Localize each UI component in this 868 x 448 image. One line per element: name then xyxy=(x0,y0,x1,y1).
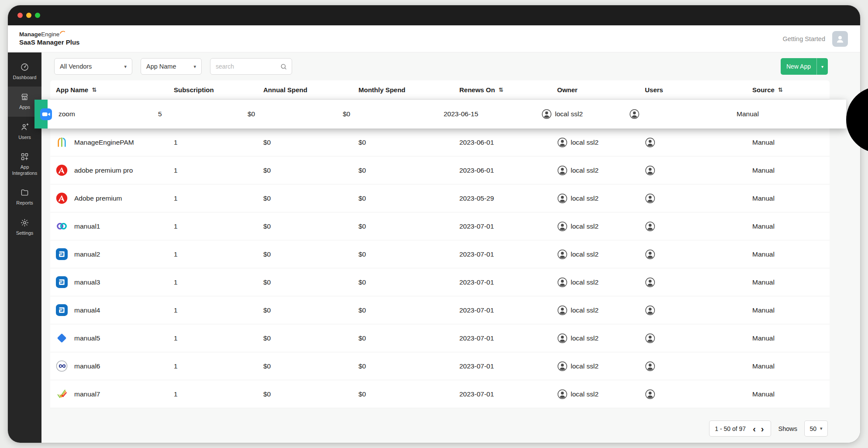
table-row-manual7[interactable]: manual71$0$02023-07-01local ssl2Manual xyxy=(50,380,830,408)
monthly-spend-cell: $0 xyxy=(358,250,459,258)
users-cell xyxy=(629,109,737,119)
page-size-select[interactable]: 50 ▾ xyxy=(804,420,828,437)
new-app-button[interactable]: New App ▾ xyxy=(781,58,828,75)
table-row-manual6[interactable]: manual61$0$02023-07-01local ssl2Manual xyxy=(50,352,830,380)
table-row-adobe-premium-pro[interactable]: adobe premium pro1$0$02023-06-01local ss… xyxy=(50,156,830,184)
sidebar-item-settings[interactable]: Settings xyxy=(8,212,41,242)
owner-name: local ssl2 xyxy=(571,222,599,230)
app-name-cell: adobe premium pro xyxy=(56,164,174,176)
window-titlebar xyxy=(8,5,860,25)
app-name-cell: ManageEnginePAM xyxy=(56,136,174,148)
owner-avatar-icon xyxy=(557,137,568,148)
content-area: All Vendors ▾ App Name ▾ New App ▾ xyxy=(41,52,860,443)
sort-icon[interactable]: ⇅ xyxy=(92,87,96,93)
source-cell: Manual xyxy=(737,110,846,118)
monthly-spend-cell: $0 xyxy=(358,306,459,314)
sidebar-item-reports[interactable]: Reports xyxy=(8,182,41,212)
zoom-window-button[interactable] xyxy=(35,13,40,18)
annual-spend-cell: $0 xyxy=(263,167,358,174)
app-name: manual6 xyxy=(74,362,100,370)
dashboard-icon xyxy=(20,63,29,72)
source-cell: Manual xyxy=(752,167,830,174)
person-icon xyxy=(835,34,845,44)
app-header: ManageEngine SaaS Manager Plus Getting S… xyxy=(8,25,860,52)
sort-icon[interactable]: ⇅ xyxy=(499,87,503,93)
users-cell xyxy=(645,249,752,260)
users-cell xyxy=(645,221,752,232)
close-window-button[interactable] xyxy=(17,13,23,18)
owner-avatar-icon xyxy=(557,165,568,176)
monthly-spend-cell: $0 xyxy=(343,110,444,118)
infinity-icon xyxy=(56,360,68,372)
table-row-manageenginepam[interactable]: ManageEnginePAM1$0$02023-06-01local ssl2… xyxy=(50,128,830,156)
owner-cell: local ssl2 xyxy=(557,165,645,176)
source-cell: Manual xyxy=(752,222,830,230)
sidebar-item-label: App Integrations xyxy=(9,164,41,177)
owner-avatar-icon xyxy=(557,333,568,344)
search-field-select[interactable]: App Name ▾ xyxy=(141,58,202,75)
adobe-icon xyxy=(56,192,68,204)
app-name-cell: manual1 xyxy=(56,220,174,232)
owner-cell: local ssl2 xyxy=(557,361,645,372)
column-header-label: Owner xyxy=(557,86,578,94)
monthly-spend-cell: $0 xyxy=(358,222,459,230)
column-header-renews-on[interactable]: Renews On⇅ xyxy=(459,86,557,94)
pagination-range-box: 1 - 50 of 97 ‹ › xyxy=(709,420,771,437)
pagination: 1 - 50 of 97 ‹ › Shows 50 ▾ xyxy=(50,420,828,437)
vendor-filter-value: All Vendors xyxy=(60,63,92,70)
owner-cell: local ssl2 xyxy=(557,277,645,288)
column-header-subscription: Subscription xyxy=(174,86,263,94)
app-name: manual5 xyxy=(74,334,100,342)
table-row-manual1[interactable]: manual11$0$02023-07-01local ssl2Manual xyxy=(50,212,830,240)
column-header-users: Users xyxy=(645,86,752,94)
annual-spend-cell: $0 xyxy=(263,222,358,230)
app-name-cell: manual6 xyxy=(56,360,174,372)
owner-avatar-icon xyxy=(557,361,568,372)
users-avatar-icon xyxy=(645,137,752,148)
column-header-source[interactable]: Source⇅ xyxy=(752,86,830,94)
owner-cell: local ssl2 xyxy=(557,333,645,344)
user-avatar[interactable] xyxy=(832,31,848,47)
column-header-app-name[interactable]: App Name⇅ xyxy=(56,86,174,94)
sidebar-item-dashboard[interactable]: Dashboard xyxy=(8,57,41,87)
chevron-down-icon: ▾ xyxy=(193,64,196,69)
sidebar-item-label: Users xyxy=(18,134,31,140)
column-header-label: Renews On xyxy=(459,86,495,94)
vendor-filter-select[interactable]: All Vendors ▾ xyxy=(54,58,132,75)
pagination-range: 1 - 50 of 97 xyxy=(715,425,746,432)
owner-name: local ssl2 xyxy=(571,194,599,202)
table-row-manual5[interactable]: manual51$0$02023-07-01local ssl2Manual xyxy=(50,324,830,352)
table-row-adobe-premium[interactable]: Adobe premium1$0$02023-05-29local ssl2Ma… xyxy=(50,184,830,212)
renews-on-cell: 2023-05-29 xyxy=(459,194,557,202)
app-name-cell: manual5 xyxy=(56,332,174,344)
renews-on-cell: 2023-06-01 xyxy=(459,167,557,174)
users-cell xyxy=(645,305,752,316)
owner-cell: local ssl2 xyxy=(557,221,645,232)
chevron-down-icon[interactable]: ▾ xyxy=(817,58,828,75)
search-field-value: App Name xyxy=(146,63,176,70)
table-row-manual3[interactable]: manual31$0$02023-07-01local ssl2Manual xyxy=(50,268,830,296)
sort-icon[interactable]: ⇅ xyxy=(778,87,783,93)
search-icon xyxy=(280,63,287,70)
table-row-manual2[interactable]: manual21$0$02023-07-01local ssl2Manual xyxy=(50,240,830,268)
search-input[interactable] xyxy=(216,63,277,70)
sidebar-item-app-integrations[interactable]: App Integrations xyxy=(8,146,41,183)
filter-bar: All Vendors ▾ App Name ▾ New App ▾ xyxy=(41,52,860,80)
source-cell: Manual xyxy=(752,139,830,146)
column-header-annual-spend: Annual Spend xyxy=(263,86,358,94)
product-name: SaaS Manager Plus xyxy=(19,38,79,46)
search-box[interactable] xyxy=(210,58,292,75)
minimize-window-button[interactable] xyxy=(26,13,31,18)
annual-spend-cell: $0 xyxy=(248,110,343,118)
zoom-icon xyxy=(40,108,52,120)
getting-started-link[interactable]: Getting Started xyxy=(782,35,825,42)
table-row-zoom[interactable]: zoom5$0$02023-06-15local ssl2Manual xyxy=(34,100,846,128)
chevron-down-icon: ▾ xyxy=(820,426,823,431)
adobe-icon xyxy=(56,164,68,176)
app-name: Adobe premium xyxy=(74,194,122,202)
table-row-manual4[interactable]: manual41$0$02023-07-01local ssl2Manual xyxy=(50,296,830,324)
prev-page-button[interactable]: ‹ xyxy=(751,424,758,433)
app-name-cell: manual2 xyxy=(56,248,174,260)
next-page-button[interactable]: › xyxy=(759,424,766,433)
monthly-spend-cell: $0 xyxy=(358,278,459,286)
